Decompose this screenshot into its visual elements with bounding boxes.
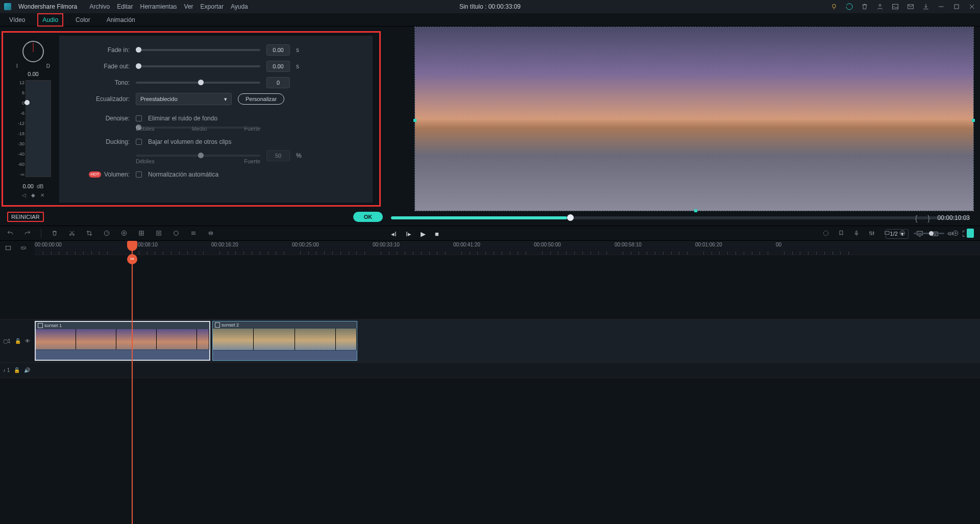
menu-ayuda[interactable]: Ayuda	[231, 3, 248, 10]
menu-exportar[interactable]: Exportar	[201, 3, 224, 10]
speaker-icon[interactable]: 🔊	[24, 367, 30, 373]
play-button[interactable]: ▶	[421, 230, 426, 238]
color-icon[interactable]	[120, 229, 128, 237]
denoise-slider[interactable]	[136, 127, 260, 129]
preview-viewport[interactable]	[414, 27, 974, 211]
slider-knob[interactable]	[136, 47, 141, 53]
zoom-knob[interactable]	[929, 231, 934, 236]
level-meter-bars[interactable]	[26, 80, 51, 177]
pan-dial-labels: I D	[15, 63, 51, 69]
playhead-handle[interactable]	[127, 241, 137, 251]
resize-handle-left[interactable]	[413, 119, 416, 122]
keyframe-prev-icon[interactable]: ◁	[22, 192, 26, 198]
slider-knob[interactable]	[136, 124, 141, 130]
fullscreen-icon[interactable]	[962, 230, 970, 238]
zoom-slider[interactable]	[914, 233, 944, 234]
clip-sunset-2[interactable]: sunset 2	[212, 321, 357, 361]
tab-video[interactable]: Vídeo	[5, 14, 29, 26]
timeline-side-icons	[4, 241, 28, 252]
slider-knob[interactable]	[136, 63, 141, 69]
clip-thumbnails	[213, 329, 357, 350]
tone-slider[interactable]	[136, 82, 260, 84]
ducking-slider-labels: Débiles Fuerte	[136, 158, 260, 164]
keyframe-icon[interactable]	[155, 229, 163, 237]
fade-in-slider[interactable]	[136, 49, 260, 51]
meter-keyframe-icons: ◁ ◆ ✕	[15, 192, 51, 198]
clip-sunset-1[interactable]: sunset 1	[35, 321, 210, 361]
scrubber-handle[interactable]	[567, 214, 574, 221]
fade-out-slider[interactable]	[136, 65, 260, 67]
denoise-checkbox[interactable]	[136, 115, 142, 121]
download-icon[interactable]	[922, 3, 930, 11]
user-icon[interactable]	[876, 3, 884, 11]
menu-editar[interactable]: Editar	[117, 3, 133, 10]
redo-icon[interactable]	[23, 229, 32, 237]
minimize-icon[interactable]	[937, 3, 945, 11]
greenscreen-icon[interactable]	[137, 229, 145, 237]
image-icon[interactable]	[891, 3, 899, 11]
in-out-brackets[interactable]: { }	[915, 214, 934, 222]
ruler-tick: 00:00:00:00	[35, 242, 62, 247]
fade-out-value[interactable]: 0.00	[266, 61, 290, 72]
fade-in-value[interactable]: 0.00	[266, 44, 290, 56]
refresh-icon[interactable]	[845, 3, 853, 11]
menu-archivo[interactable]: Archivo	[89, 3, 110, 10]
prev-frame-button[interactable]: ◂Ⅰ	[391, 230, 397, 238]
preview-scrubber[interactable]	[391, 216, 970, 219]
eye-icon[interactable]: 👁	[25, 338, 30, 344]
playhead[interactable]: ✂	[132, 241, 133, 524]
keyframe-add-icon[interactable]: ◆	[31, 192, 35, 198]
track-rows: sunset 1 sunset 2	[35, 255, 980, 378]
slider-knob[interactable]	[198, 80, 204, 85]
ok-button[interactable]: OK	[353, 212, 383, 222]
cut-icon[interactable]	[68, 229, 76, 237]
stop-button[interactable]: ■	[435, 230, 439, 238]
resize-handle-bottom[interactable]	[694, 209, 697, 212]
reset-button[interactable]: REINICIAR	[7, 212, 44, 222]
slider-knob[interactable]	[198, 153, 204, 158]
volume-icon[interactable]	[946, 230, 954, 238]
page-indicator[interactable]: 1/2 ▾	[886, 229, 909, 239]
lock-icon[interactable]: 🔓	[15, 338, 21, 344]
clip-name: sunset 2	[222, 322, 239, 328]
ducking-checkbox[interactable]	[136, 139, 142, 145]
resize-handle-right[interactable]	[972, 119, 975, 122]
level-handle[interactable]	[24, 100, 30, 105]
timeline-link-icon[interactable]	[19, 244, 28, 252]
tab-audio[interactable]: Audio	[37, 13, 63, 27]
volume-normalize-checkbox[interactable]	[136, 171, 142, 178]
audio-track-head[interactable]: ♪ 1 🔓 🔊	[0, 363, 35, 378]
menu-ver[interactable]: Ver	[184, 3, 193, 10]
ducking-slider[interactable]	[136, 155, 260, 157]
audio-track-row[interactable]	[35, 363, 980, 378]
undo-icon[interactable]	[6, 229, 14, 237]
adjustment-icon[interactable]	[189, 229, 198, 237]
mail-icon[interactable]	[906, 3, 915, 11]
equalizer-select[interactable]: Preestablecido ▾	[136, 93, 232, 105]
maximize-icon[interactable]	[952, 3, 961, 11]
trash-icon[interactable]	[861, 3, 869, 11]
pan-dial[interactable]	[22, 41, 44, 62]
tone-value[interactable]: 0	[266, 77, 290, 88]
tab-animation[interactable]: Animación	[103, 14, 139, 26]
mask-icon[interactable]	[172, 229, 180, 237]
pan-left-label: I	[16, 63, 18, 69]
close-icon[interactable]	[968, 3, 976, 11]
next-frame-button[interactable]: Ⅰ▸	[406, 230, 411, 238]
audio-sync-icon[interactable]	[207, 229, 215, 237]
time-ruler[interactable]: 00:00:00:0000:00:08:1000:00:16:2000:00:2…	[35, 241, 980, 255]
menu-herramientas[interactable]: Herramientas	[140, 3, 177, 10]
crop-icon[interactable]	[85, 229, 93, 237]
bulb-icon[interactable]	[830, 3, 838, 11]
timeline-media-icon[interactable]	[4, 244, 12, 252]
lock-icon[interactable]: 🔓	[14, 367, 20, 373]
video-track-row[interactable]: sunset 1 sunset 2	[35, 319, 980, 363]
keyframe-next-icon[interactable]: ✕	[40, 192, 44, 198]
ducking-value[interactable]: 50	[266, 150, 290, 161]
equalizer-customize-button[interactable]: Personalizar	[238, 93, 284, 105]
delete-icon[interactable]	[51, 229, 59, 237]
playhead-split-icon[interactable]: ✂	[127, 254, 137, 264]
speed-icon[interactable]	[103, 229, 111, 237]
video-track-head[interactable]: ▢1 🔓 👁	[0, 319, 35, 363]
tab-color[interactable]: Color	[71, 14, 94, 26]
